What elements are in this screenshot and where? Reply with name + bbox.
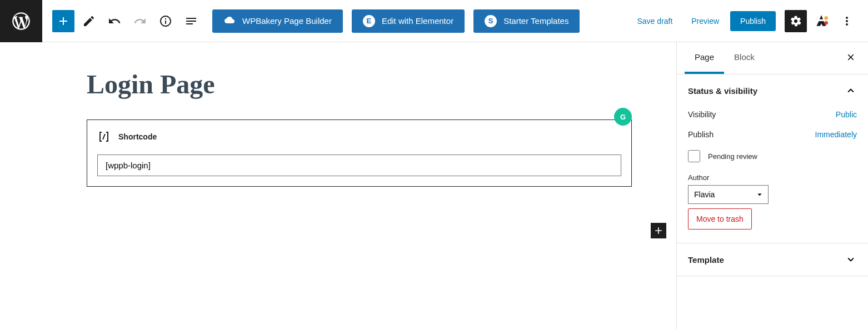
close-icon[interactable] (841, 48, 860, 68)
wp-logo[interactable] (0, 0, 42, 42)
grammarly-icon[interactable]: G (614, 108, 632, 126)
elementor-icon: E (363, 15, 375, 27)
template-panel-header[interactable]: Template (677, 243, 868, 276)
tab-block[interactable]: Block (724, 42, 765, 74)
info-icon[interactable] (154, 10, 177, 32)
yoast-icon[interactable] (810, 10, 832, 32)
shortcode-block[interactable]: Shortcode (87, 119, 632, 187)
starter-templates-button[interactable]: S Starter Templates (473, 9, 580, 33)
shortcode-icon (97, 130, 111, 143)
topbar: WPBakery Page Builder E Edit with Elemen… (42, 0, 868, 42)
outline-icon[interactable] (180, 10, 202, 32)
svg-point-0 (824, 16, 828, 19)
chevron-up-icon (845, 84, 857, 97)
publish-value[interactable]: Immediately (815, 130, 857, 139)
author-select[interactable]: Flavia (688, 185, 769, 204)
starter-icon: S (485, 15, 497, 27)
shortcode-label: Shortcode (118, 132, 157, 141)
visibility-label: Visibility (688, 110, 716, 119)
undo-icon[interactable] (103, 10, 126, 32)
add-block-button[interactable] (52, 10, 74, 32)
publish-button[interactable]: Publish (730, 11, 776, 31)
preview-button[interactable]: Preview (684, 12, 727, 30)
move-to-trash-button[interactable]: Move to trash (688, 208, 752, 230)
more-options-icon[interactable] (836, 10, 858, 32)
wpbakery-label: WPBakery Page Builder (242, 16, 332, 26)
settings-sidebar: Page Block Status & visibility Visibilit… (676, 42, 868, 329)
save-draft-button[interactable]: Save draft (629, 12, 680, 30)
author-label: Author (688, 173, 857, 182)
edit-icon[interactable] (78, 10, 100, 32)
starter-label: Starter Templates (503, 16, 568, 26)
editor-canvas: Login Page G Shortcode (42, 42, 676, 329)
visibility-value[interactable]: Public (836, 110, 857, 119)
elementor-label: Edit with Elementor (382, 16, 453, 26)
wpbakery-button[interactable]: WPBakery Page Builder (212, 9, 343, 33)
page-title[interactable]: Login Page (87, 69, 632, 99)
elementor-button[interactable]: E Edit with Elementor (352, 9, 465, 33)
status-panel-header[interactable]: Status & visibility (677, 74, 868, 107)
add-block-float[interactable] (651, 223, 666, 238)
chevron-down-icon (845, 253, 857, 266)
publish-label: Publish (688, 130, 714, 139)
settings-button[interactable] (785, 10, 807, 32)
pending-review-checkbox[interactable] (688, 150, 700, 162)
pending-review-label: Pending review (708, 152, 757, 161)
svg-point-1 (824, 21, 828, 25)
cloud-icon (223, 15, 236, 27)
tab-page[interactable]: Page (685, 42, 724, 74)
redo-icon[interactable] (129, 10, 151, 32)
shortcode-input[interactable] (97, 154, 621, 176)
